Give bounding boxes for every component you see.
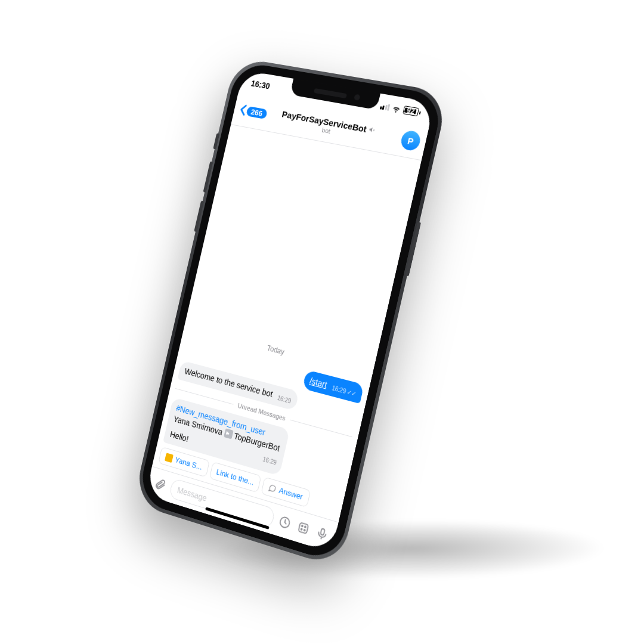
- chat-title: PayForSayServiceBot: [281, 109, 367, 134]
- attach-button[interactable]: [152, 475, 169, 494]
- commands-button[interactable]: [295, 518, 312, 538]
- cellular-icon: [379, 103, 390, 111]
- unread-count-badge: 266: [246, 106, 268, 119]
- svg-point-5: [304, 530, 305, 531]
- chevron-left-icon: [239, 104, 247, 116]
- back-button[interactable]: 266: [239, 104, 268, 120]
- bubble-icon: [268, 483, 277, 494]
- svg-point-2: [302, 525, 304, 527]
- status-time: 16:30: [250, 79, 271, 91]
- svg-rect-6: [320, 528, 324, 535]
- chat-avatar[interactable]: P: [400, 129, 422, 151]
- arrow-right-icon: [224, 428, 234, 439]
- svg-point-3: [305, 526, 306, 528]
- wifi-icon: [391, 103, 402, 113]
- mic-icon: [315, 525, 330, 542]
- battery-indicator: 92: [402, 106, 422, 117]
- phone-mockup: 16:30 92 266 PayForS: [137, 61, 445, 564]
- svg-rect-1: [298, 522, 308, 534]
- svg-point-4: [301, 528, 302, 530]
- grid-icon: [296, 520, 311, 537]
- input-placeholder: Message: [177, 485, 208, 503]
- voice-button[interactable]: [313, 524, 331, 544]
- clock-icon: [277, 514, 292, 531]
